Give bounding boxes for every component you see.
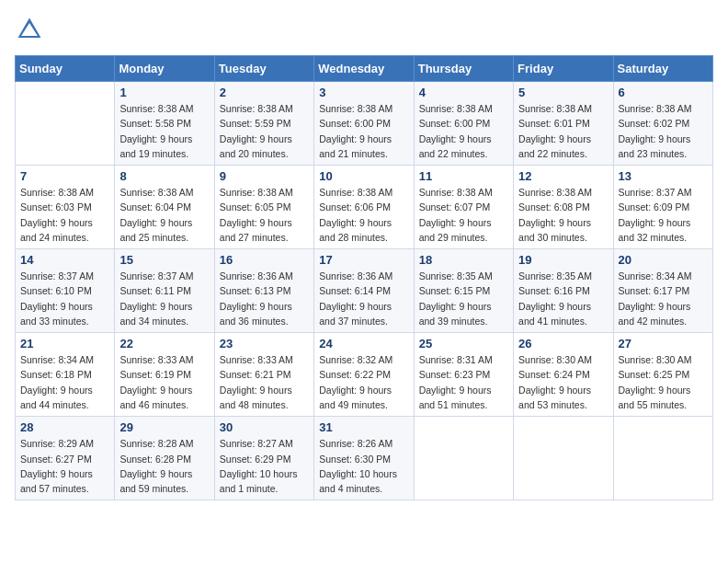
calendar-week-2: 14Sunrise: 8:37 AM Sunset: 6:10 PM Dayli… (16, 249, 713, 333)
calendar-cell (16, 82, 115, 166)
calendar-table: SundayMondayTuesdayWednesdayThursdayFrid… (15, 55, 713, 500)
day-info: Sunrise: 8:30 AM Sunset: 6:25 PM Dayligh… (619, 352, 708, 412)
calendar-cell: 5Sunrise: 8:38 AM Sunset: 6:01 PM Daylig… (514, 82, 613, 166)
day-number: 4 (419, 86, 508, 99)
day-number: 24 (319, 337, 408, 350)
day-number: 5 (518, 86, 608, 99)
calendar-cell: 14Sunrise: 8:37 AM Sunset: 6:10 PM Dayli… (16, 249, 115, 333)
day-info: Sunrise: 8:38 AM Sunset: 6:07 PM Dayligh… (419, 185, 508, 245)
calendar-cell: 21Sunrise: 8:34 AM Sunset: 6:18 PM Dayli… (16, 333, 115, 417)
day-info: Sunrise: 8:38 AM Sunset: 6:04 PM Dayligh… (119, 185, 209, 245)
day-number: 16 (220, 253, 309, 267)
header-tuesday: Tuesday (214, 56, 313, 82)
day-info: Sunrise: 8:35 AM Sunset: 6:16 PM Dayligh… (518, 269, 608, 328)
calendar-cell (414, 417, 513, 500)
day-number: 27 (619, 337, 708, 350)
calendar-header-row: SundayMondayTuesdayWednesdayThursdayFrid… (16, 56, 713, 82)
calendar-cell: 3Sunrise: 8:38 AM Sunset: 6:00 PM Daylig… (314, 82, 414, 166)
day-number: 8 (119, 169, 209, 183)
day-number: 19 (518, 253, 608, 267)
calendar-cell: 2Sunrise: 8:38 AM Sunset: 5:59 PM Daylig… (214, 82, 313, 166)
day-number: 3 (319, 86, 408, 99)
day-info: Sunrise: 8:30 AM Sunset: 6:24 PM Dayligh… (518, 352, 608, 412)
day-number: 17 (319, 253, 408, 267)
calendar-cell: 17Sunrise: 8:36 AM Sunset: 6:14 PM Dayli… (314, 249, 414, 333)
day-number: 13 (619, 169, 708, 183)
day-number: 10 (319, 169, 408, 183)
header-friday: Friday (514, 56, 613, 82)
day-info: Sunrise: 8:33 AM Sunset: 6:21 PM Dayligh… (220, 352, 309, 412)
calendar-week-4: 28Sunrise: 8:29 AM Sunset: 6:27 PM Dayli… (16, 417, 713, 500)
calendar-week-1: 7Sunrise: 8:38 AM Sunset: 6:03 PM Daylig… (16, 166, 713, 249)
calendar-cell: 26Sunrise: 8:30 AM Sunset: 6:24 PM Dayli… (514, 333, 613, 417)
day-info: Sunrise: 8:35 AM Sunset: 6:15 PM Dayligh… (419, 269, 508, 328)
day-info: Sunrise: 8:31 AM Sunset: 6:23 PM Dayligh… (419, 352, 508, 412)
day-number: 29 (119, 420, 209, 434)
day-info: Sunrise: 8:27 AM Sunset: 6:29 PM Dayligh… (220, 436, 309, 496)
calendar-cell: 8Sunrise: 8:38 AM Sunset: 6:04 PM Daylig… (115, 166, 214, 249)
day-number: 1 (119, 86, 209, 99)
day-number: 28 (20, 420, 109, 434)
calendar-cell (613, 417, 712, 500)
calendar-cell: 27Sunrise: 8:30 AM Sunset: 6:25 PM Dayli… (613, 333, 712, 417)
day-info: Sunrise: 8:37 AM Sunset: 6:10 PM Dayligh… (20, 269, 109, 328)
calendar-cell: 6Sunrise: 8:38 AM Sunset: 6:02 PM Daylig… (613, 82, 712, 166)
calendar-cell: 11Sunrise: 8:38 AM Sunset: 6:07 PM Dayli… (414, 166, 513, 249)
day-info: Sunrise: 8:34 AM Sunset: 6:17 PM Dayligh… (619, 269, 708, 328)
calendar-cell: 4Sunrise: 8:38 AM Sunset: 6:00 PM Daylig… (414, 82, 513, 166)
calendar-week-3: 21Sunrise: 8:34 AM Sunset: 6:18 PM Dayli… (16, 333, 713, 417)
day-number: 7 (20, 169, 109, 183)
day-number: 22 (119, 337, 209, 350)
day-info: Sunrise: 8:38 AM Sunset: 5:59 PM Dayligh… (220, 101, 309, 161)
day-info: Sunrise: 8:38 AM Sunset: 6:02 PM Dayligh… (619, 101, 708, 161)
day-number: 23 (220, 337, 309, 350)
day-number: 25 (419, 337, 508, 350)
day-number: 21 (20, 337, 109, 350)
day-number: 18 (419, 253, 508, 267)
header (15, 15, 713, 44)
day-info: Sunrise: 8:28 AM Sunset: 6:28 PM Dayligh… (119, 436, 209, 496)
day-info: Sunrise: 8:26 AM Sunset: 6:30 PM Dayligh… (319, 436, 408, 496)
calendar-cell: 13Sunrise: 8:37 AM Sunset: 6:09 PM Dayli… (613, 166, 712, 249)
day-info: Sunrise: 8:38 AM Sunset: 5:58 PM Dayligh… (119, 101, 209, 161)
calendar-cell: 18Sunrise: 8:35 AM Sunset: 6:15 PM Dayli… (414, 249, 513, 333)
logo (15, 15, 48, 44)
calendar-cell: 7Sunrise: 8:38 AM Sunset: 6:03 PM Daylig… (16, 166, 115, 249)
day-number: 31 (319, 420, 408, 434)
calendar-week-0: 1Sunrise: 8:38 AM Sunset: 5:58 PM Daylig… (16, 82, 713, 166)
day-number: 30 (220, 420, 309, 434)
day-number: 2 (220, 86, 309, 99)
calendar-cell: 12Sunrise: 8:38 AM Sunset: 6:08 PM Dayli… (514, 166, 613, 249)
calendar-cell: 31Sunrise: 8:26 AM Sunset: 6:30 PM Dayli… (314, 417, 414, 500)
header-monday: Monday (115, 56, 214, 82)
calendar-cell: 1Sunrise: 8:38 AM Sunset: 5:58 PM Daylig… (115, 82, 214, 166)
header-wednesday: Wednesday (314, 56, 414, 82)
calendar-cell: 15Sunrise: 8:37 AM Sunset: 6:11 PM Dayli… (115, 249, 214, 333)
day-number: 15 (119, 253, 209, 267)
calendar-cell (514, 417, 613, 500)
day-number: 12 (518, 169, 608, 183)
calendar-cell: 9Sunrise: 8:38 AM Sunset: 6:05 PM Daylig… (214, 166, 313, 249)
day-info: Sunrise: 8:37 AM Sunset: 6:11 PM Dayligh… (119, 269, 209, 328)
day-info: Sunrise: 8:38 AM Sunset: 6:01 PM Dayligh… (518, 101, 608, 161)
day-number: 20 (619, 253, 708, 267)
logo-icon (15, 15, 44, 44)
day-number: 26 (518, 337, 608, 350)
calendar-cell: 23Sunrise: 8:33 AM Sunset: 6:21 PM Dayli… (214, 333, 313, 417)
day-info: Sunrise: 8:38 AM Sunset: 6:06 PM Dayligh… (319, 185, 408, 245)
day-info: Sunrise: 8:38 AM Sunset: 6:08 PM Dayligh… (518, 185, 608, 245)
day-info: Sunrise: 8:36 AM Sunset: 6:13 PM Dayligh… (220, 269, 309, 328)
day-number: 9 (220, 169, 309, 183)
calendar-cell: 24Sunrise: 8:32 AM Sunset: 6:22 PM Dayli… (314, 333, 414, 417)
calendar-cell: 22Sunrise: 8:33 AM Sunset: 6:19 PM Dayli… (115, 333, 214, 417)
day-number: 14 (20, 253, 109, 267)
day-info: Sunrise: 8:29 AM Sunset: 6:27 PM Dayligh… (20, 436, 109, 496)
header-thursday: Thursday (414, 56, 513, 82)
day-info: Sunrise: 8:32 AM Sunset: 6:22 PM Dayligh… (319, 352, 408, 412)
calendar-cell: 10Sunrise: 8:38 AM Sunset: 6:06 PM Dayli… (314, 166, 414, 249)
day-info: Sunrise: 8:36 AM Sunset: 6:14 PM Dayligh… (319, 269, 408, 328)
calendar-cell: 19Sunrise: 8:35 AM Sunset: 6:16 PM Dayli… (514, 249, 613, 333)
day-info: Sunrise: 8:38 AM Sunset: 6:00 PM Dayligh… (419, 101, 508, 161)
day-info: Sunrise: 8:34 AM Sunset: 6:18 PM Dayligh… (20, 352, 109, 412)
calendar-cell: 25Sunrise: 8:31 AM Sunset: 6:23 PM Dayli… (414, 333, 513, 417)
